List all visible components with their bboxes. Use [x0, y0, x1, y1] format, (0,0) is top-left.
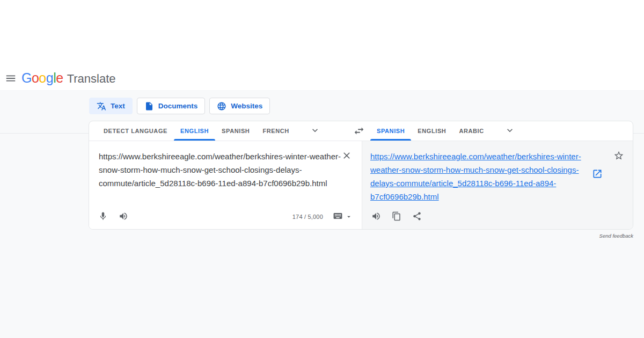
voice-input-button[interactable] — [98, 211, 108, 223]
send-feedback-link[interactable]: Send feedback — [599, 233, 633, 239]
chevron-down-icon — [310, 125, 320, 137]
mode-tab-text[interactable]: Text — [89, 98, 133, 114]
translate-icon — [97, 101, 106, 111]
copy-icon — [392, 211, 401, 223]
target-panel: https://www.berkshireeagle.com/weather/b… — [362, 141, 633, 229]
logo-letter: o — [39, 70, 46, 85]
more-target-languages-button[interactable] — [501, 121, 518, 141]
close-icon — [341, 155, 352, 163]
source-toolbar-right: 174 / 5,000 — [292, 211, 353, 223]
google-translate-logo[interactable]: Google Translate — [21, 70, 116, 86]
lang-tab-english-source[interactable]: ENGLISH — [174, 121, 215, 141]
translation-panels: https://www.berkshireeagle.com/weather/b… — [89, 141, 633, 229]
share-icon — [412, 211, 422, 223]
lang-tab-spanish-target[interactable]: SPANISH — [370, 121, 411, 141]
source-language-tabs: DETECT LANGUAGE ENGLISH SPANISH FRENCH — [89, 121, 362, 141]
lang-tab-arabic-target[interactable]: ARABIC — [452, 121, 490, 141]
app-header: Google Translate — [0, 0, 644, 91]
globe-icon — [217, 101, 226, 111]
swap-arrows-icon — [353, 130, 365, 138]
clear-source-button[interactable] — [340, 150, 353, 163]
share-translation-button[interactable] — [412, 211, 422, 223]
keyboard-input-button[interactable] — [333, 211, 353, 223]
source-panel: https://www.berkshireeagle.com/weather/b… — [89, 141, 362, 229]
mode-tab-label: Websites — [231, 102, 262, 110]
mode-tabs: Text Documents Websites — [89, 98, 270, 114]
speaker-icon — [119, 211, 128, 223]
source-text-input[interactable]: https://www.berkshireeagle.com/weather/b… — [99, 150, 343, 190]
source-toolbar: 174 / 5,000 — [89, 210, 362, 224]
language-bar: DETECT LANGUAGE ENGLISH SPANISH FRENCH S… — [89, 121, 633, 141]
mode-tab-label: Documents — [158, 102, 198, 110]
open-in-new-icon — [592, 173, 603, 181]
copy-translation-button[interactable] — [392, 211, 401, 223]
mode-tab-websites[interactable]: Websites — [209, 98, 270, 114]
logo-letter: g — [46, 70, 53, 85]
speaker-icon — [371, 211, 381, 223]
save-translation-button[interactable] — [612, 150, 625, 163]
lang-tab-detect-language[interactable]: DETECT LANGUAGE — [97, 121, 174, 141]
lang-tab-french-source[interactable]: FRENCH — [256, 121, 295, 141]
chevron-down-icon — [504, 125, 515, 137]
listen-source-button[interactable] — [119, 211, 128, 223]
mode-tab-label: Text — [111, 102, 125, 110]
main-menu-button[interactable] — [3, 71, 18, 86]
listen-translation-button[interactable] — [371, 211, 381, 223]
target-toolbar — [362, 210, 633, 224]
microphone-icon — [98, 211, 108, 223]
hamburger-icon — [5, 78, 17, 86]
logo-letter: o — [32, 70, 39, 85]
translated-link[interactable]: https://www.berkshireeagle.com/weather/b… — [370, 150, 585, 203]
lang-tab-english-target[interactable]: ENGLISH — [411, 121, 452, 141]
app-title: Translate — [67, 72, 116, 86]
character-counter: 174 / 5,000 — [292, 214, 323, 220]
mode-tab-documents[interactable]: Documents — [137, 98, 206, 114]
logo-letter: G — [21, 70, 32, 85]
caret-down-icon — [345, 213, 353, 221]
document-icon — [144, 101, 154, 111]
translate-card: DETECT LANGUAGE ENGLISH SPANISH FRENCH S… — [89, 121, 633, 230]
lang-tab-spanish-source[interactable]: SPANISH — [215, 121, 256, 141]
star-icon — [613, 155, 624, 163]
target-language-tabs: SPANISH ENGLISH ARABIC — [362, 121, 633, 141]
logo-letter: e — [56, 70, 63, 85]
open-website-button[interactable] — [591, 168, 604, 181]
more-source-languages-button[interactable] — [306, 121, 324, 141]
google-translate-page: Google Translate Text Documents Websites — [0, 0, 644, 338]
google-logo: Google — [21, 70, 63, 86]
keyboard-icon — [333, 211, 343, 223]
swap-languages-button[interactable] — [352, 124, 366, 138]
